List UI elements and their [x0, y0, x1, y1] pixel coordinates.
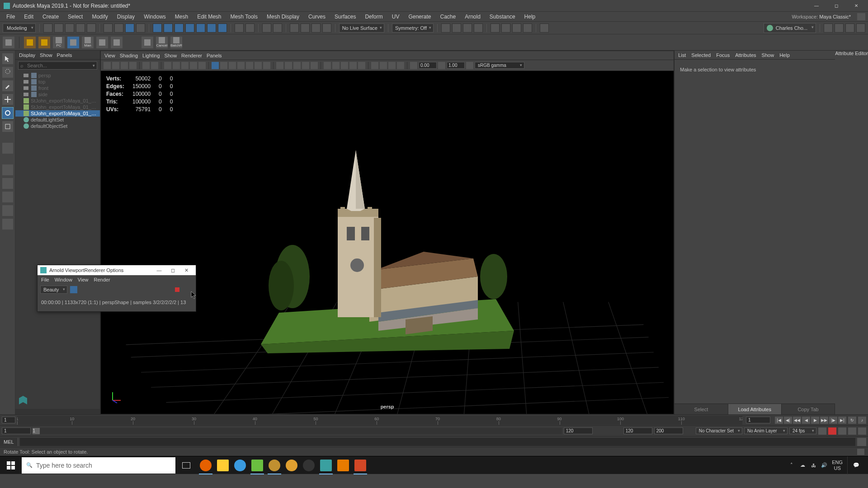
viewport-menu-show[interactable]: Show — [165, 53, 177, 58]
attr-menu-show[interactable]: Show — [762, 52, 774, 58]
taskbar-app-camtasia[interactable] — [249, 456, 266, 474]
taskbar-app-houdini[interactable] — [283, 456, 300, 474]
snap-point-button[interactable] — [175, 23, 184, 33]
taskbar-app-vlc[interactable] — [335, 456, 352, 474]
viewport-grid-button[interactable] — [441, 23, 450, 33]
outliner-menu-display[interactable]: Display — [19, 52, 35, 58]
arnold-menu-file[interactable]: File — [41, 277, 49, 282]
range-out1-field[interactable]: 120 — [623, 427, 652, 434]
tray-language[interactable]: ENGUS — [832, 460, 843, 470]
arnold-maximize-button[interactable]: ◻ — [166, 267, 179, 273]
redo-button[interactable] — [87, 23, 96, 33]
help-line-button[interactable] — [857, 449, 864, 455]
menu-display[interactable]: Display — [113, 13, 138, 21]
range-end-field[interactable]: 120 — [564, 427, 593, 434]
layout-single-button[interactable] — [2, 164, 13, 175]
sidebar-toggle-4[interactable] — [856, 23, 865, 33]
menu-editmesh[interactable]: Edit Mesh — [193, 13, 225, 21]
outliner-search[interactable]: ⌕ — [18, 61, 97, 70]
outliner-node-side[interactable]: side — [15, 91, 100, 98]
vp-lock-cam-button[interactable] — [112, 62, 119, 69]
audio-button[interactable]: ♪ — [858, 417, 866, 424]
outliner-node-top[interactable]: top — [15, 79, 100, 85]
menu-create[interactable]: Create — [39, 13, 62, 21]
taskbar-app-5[interactable] — [266, 456, 283, 474]
history-off-button[interactable] — [273, 23, 282, 33]
menu-generate[interactable]: Generate — [405, 13, 434, 21]
anim-layer-dropdown[interactable]: No Anim Layer — [744, 427, 788, 434]
loop-button[interactable]: ↻ — [848, 417, 856, 424]
range-opt1-button[interactable] — [818, 427, 826, 435]
save-scene-button[interactable] — [65, 23, 74, 33]
toggle-panel-button[interactable] — [540, 23, 549, 33]
vp-2d-pan-button[interactable] — [142, 62, 150, 69]
arnold-close-button[interactable]: ✕ — [179, 267, 193, 273]
attr-menu-focus[interactable]: Focus — [716, 52, 730, 58]
outliner-node-lightset[interactable]: defaultLightSet — [15, 117, 100, 123]
attr-tab-select[interactable]: Select — [675, 404, 728, 414]
snap-grid-button[interactable] — [153, 23, 162, 33]
menu-surfaces[interactable]: Surfaces — [331, 13, 359, 21]
paint-tool[interactable] — [2, 80, 13, 91]
character-set-dropdown[interactable]: No Character Set — [696, 427, 742, 434]
viewport-menu-renderer[interactable]: Renderer — [181, 53, 202, 58]
pref-button[interactable] — [858, 427, 866, 435]
menu-windows[interactable]: Windows — [140, 13, 170, 21]
taskbar-search[interactable]: 🔍 Type here to search — [22, 457, 175, 474]
vp-wire-shaded-button[interactable] — [276, 62, 283, 69]
undo-button[interactable] — [76, 23, 85, 33]
render-globals-button[interactable] — [311, 23, 321, 33]
vp-color-icon[interactable] — [466, 62, 473, 69]
attr-tab-load[interactable]: Load Attributes — [728, 404, 782, 414]
vp-wireframe-button[interactable] — [164, 62, 171, 69]
menu-substance[interactable]: Substance — [486, 13, 519, 21]
select-mode-button[interactable] — [104, 23, 113, 33]
step-fwd-button[interactable]: ▶▶ — [820, 417, 828, 424]
menu-edit[interactable]: Edit — [20, 13, 37, 21]
play-pause-button[interactable] — [523, 23, 532, 33]
taskbar-app-explorer[interactable] — [214, 456, 231, 474]
minimize-button[interactable]: — — [808, 1, 825, 10]
snap-toggle-button[interactable] — [218, 23, 227, 33]
taskbar-app-edge[interactable] — [231, 456, 249, 474]
arnold-render-button[interactable] — [322, 23, 331, 33]
vp-shadows-button[interactable] — [198, 62, 206, 69]
account-button[interactable]: Charles Cho... — [764, 23, 816, 33]
menu-meshdisplay[interactable]: Mesh Display — [263, 13, 303, 21]
live-surface-dropdown[interactable]: No Live Surface — [339, 23, 384, 33]
taskbar-app-firefox[interactable] — [197, 456, 214, 474]
attr-menu-selected[interactable]: Selected — [691, 52, 711, 58]
time-ruler[interactable]: 1102030405060708090100110120 — [17, 416, 742, 425]
taskbar-app-maya[interactable] — [317, 456, 335, 474]
viewport-menu-lighting[interactable]: Lighting — [142, 53, 160, 58]
layout-four-button[interactable] — [2, 178, 13, 189]
shelf-tab-1[interactable] — [3, 37, 14, 48]
outliner-node-front[interactable]: front — [15, 85, 100, 91]
lasso-button[interactable] — [114, 23, 123, 33]
open-scene-button[interactable] — [54, 23, 63, 33]
range-track[interactable]: 1 — [33, 428, 562, 434]
vp-res-gate-button[interactable] — [255, 62, 262, 69]
vp-film-gate-button[interactable] — [246, 62, 253, 69]
shelf-m2-button[interactable] — [111, 37, 123, 48]
vp-opt8-button[interactable] — [397, 62, 404, 69]
lasso-tool[interactable] — [2, 67, 13, 78]
vp-opt1-button[interactable] — [332, 62, 340, 69]
script-language-label[interactable]: MEL — [0, 438, 18, 446]
shelf-m3-button[interactable] — [142, 37, 153, 48]
arnold-region-button[interactable] — [70, 286, 77, 293]
play-forward-button[interactable] — [512, 23, 521, 33]
arnold-viewport-window[interactable]: Arnold ViewportRenderer Options — ◻ ✕ Fi… — [37, 265, 196, 312]
script-editor-button[interactable] — [857, 438, 866, 446]
vp-opt7-button[interactable] — [388, 62, 396, 69]
outliner-node-mesh3[interactable]: StJohn_exportToMaya_01_default — [15, 110, 100, 117]
vp-lights-button[interactable] — [190, 62, 197, 69]
vp-opt5-button[interactable] — [371, 62, 378, 69]
maximize-button[interactable]: ◻ — [828, 1, 844, 10]
outliner-node-mesh1[interactable]: StJohn_exportToMaya_01_default — [15, 98, 100, 104]
menu-set-dropdown[interactable]: Modeling — [3, 23, 36, 33]
move-tool[interactable] — [2, 94, 13, 105]
shelf-batchr-button[interactable]: BatchR — [170, 37, 182, 48]
menu-select[interactable]: Select — [64, 13, 86, 21]
play-prev-key-button[interactable] — [491, 23, 500, 33]
